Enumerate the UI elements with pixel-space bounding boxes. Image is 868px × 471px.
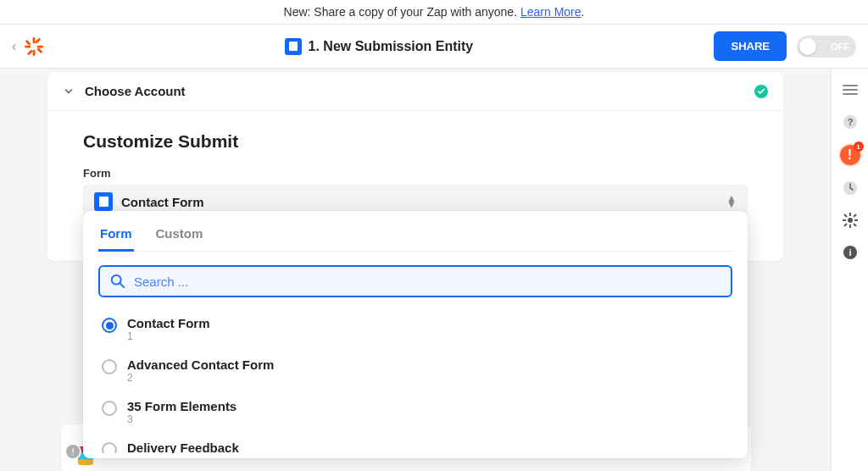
svg-text:i: i [849,247,851,258]
back-chevron-icon[interactable]: ‹ [12,39,16,54]
svg-line-18 [844,214,847,217]
dropdown-search[interactable] [98,265,732,297]
step-warning-icon[interactable]: ! [66,445,80,458]
sort-icon: ▲▼ [726,196,737,208]
svg-text:?: ? [847,117,853,127]
topbar: ‹ 1. New Submission Entity SHARE OFF [0,25,868,69]
option-title: 35 Form Elements [127,399,236,413]
radio-icon [102,318,117,333]
option-title: Delivery Feedback [127,441,239,453]
choose-account-title: Choose Account [85,84,744,98]
radio-icon [102,359,117,374]
svg-rect-1 [33,49,36,55]
svg-rect-5 [37,47,43,53]
step-card: Choose Account Customize Submit Form Con… [47,72,783,261]
share-button[interactable]: SHARE [714,31,787,61]
dropdown-option[interactable]: Delivery Feedback4 [98,434,729,453]
issues-icon[interactable]: ! 1 [840,145,860,165]
step-title: 1. New Submission Entity [309,39,474,54]
option-title: Contact Form [127,316,210,330]
chevron-down-icon [63,86,75,97]
settings-icon[interactable] [841,211,860,230]
banner-text: New: Share a copy of your Zap with anyon… [284,5,520,19]
dropdown-option[interactable]: Advanced Contact Form2 [98,351,729,392]
choose-account-header[interactable]: Choose Account [47,72,783,111]
outline-icon[interactable] [841,80,860,99]
toggle-label: OFF [831,42,849,52]
svg-line-19 [854,224,856,226]
radio-icon [102,401,117,416]
form-app-icon [94,192,113,211]
zapier-logo-icon[interactable] [25,37,43,56]
tab-form[interactable]: Form [98,223,134,252]
tab-custom[interactable]: Custom [154,223,205,252]
svg-rect-2 [25,45,31,47]
form-dropdown-panel: Form Custom Contact Form1Advanced Contac… [83,211,748,458]
toggle-knob [799,38,816,55]
publish-toggle[interactable]: OFF [797,36,856,58]
search-input[interactable] [134,274,721,289]
svg-rect-7 [27,49,33,55]
svg-line-20 [854,214,856,217]
svg-point-8 [112,275,121,285]
radio-icon [102,442,117,453]
svg-rect-0 [33,37,36,43]
promo-banner: New: Share a copy of your Zap with anyon… [0,0,868,25]
section-title: Customize Submit [83,131,748,152]
svg-line-21 [844,224,847,226]
status-complete-icon [754,85,768,98]
help-icon[interactable]: ? [841,113,860,131]
search-icon [110,274,125,289]
form-selected-value: Contact Form [121,195,718,209]
dropdown-option-list: Contact Form1Advanced Contact Form235 Fo… [98,309,732,453]
right-utility-rail: ? ! 1 i [831,69,868,471]
banner-learn-more-link[interactable]: Learn More [520,5,581,19]
svg-point-13 [848,218,853,223]
history-icon[interactable] [841,179,860,197]
svg-rect-4 [25,39,31,45]
form-field-label: Form [83,167,748,180]
issues-count-badge: 1 [854,141,864,152]
dropdown-option[interactable]: 35 Form Elements3 [98,392,729,434]
info-icon[interactable]: i [841,243,860,262]
svg-rect-6 [35,37,41,43]
option-subtitle: 2 [127,372,274,384]
app-step-icon [285,38,302,55]
option-subtitle: 3 [127,413,236,425]
option-subtitle: 1 [127,330,210,342]
dropdown-option[interactable]: Contact Form1 [98,309,729,351]
option-title: Advanced Contact Form [127,357,274,372]
svg-rect-3 [37,45,43,47]
svg-line-9 [120,284,125,288]
